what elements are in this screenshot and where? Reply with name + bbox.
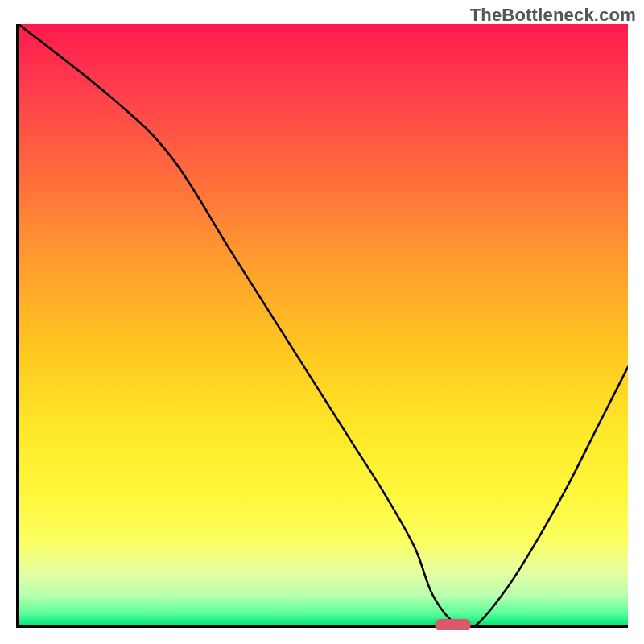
bottleneck-chart: TheBottleneck.com (0, 0, 644, 644)
optimum-marker (435, 619, 472, 630)
curve-svg (19, 24, 628, 625)
watermark-text: TheBottleneck.com (470, 5, 636, 26)
plot-area (16, 24, 628, 628)
bottleneck-curve-path (19, 24, 628, 625)
